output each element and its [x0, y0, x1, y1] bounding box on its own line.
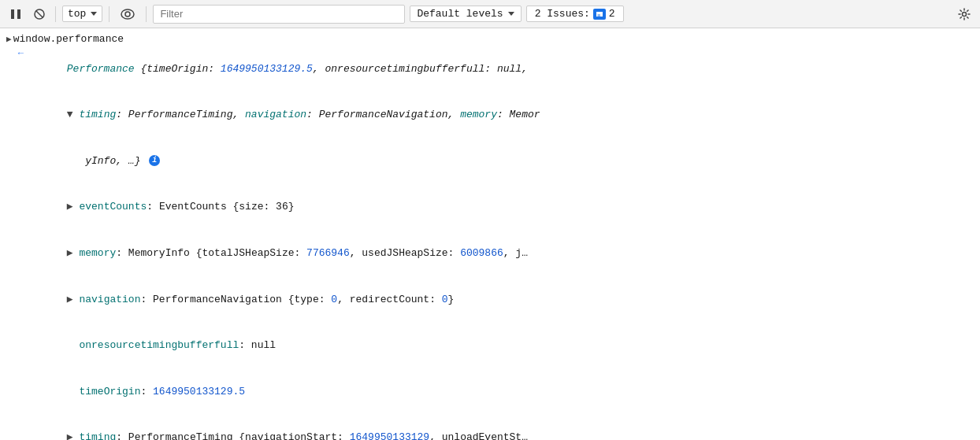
onresource-content: onresourcetimingbufferfull: null — [28, 324, 980, 368]
filter-input[interactable] — [153, 5, 405, 24]
memory-line: ▶ memory: MemoryInfo {totalJSHeapSize: 7… — [0, 231, 980, 277]
settings-button[interactable] — [955, 5, 974, 24]
empty-gutter-3 — [0, 186, 28, 187]
context-label: top — [68, 8, 86, 20]
nav-type-value: 0 — [331, 294, 337, 305]
onresource-line: onresourcetimingbufferfull: null — [0, 323, 980, 369]
onresource-label: onresourcetimingbufferfull — [79, 339, 239, 351]
log-levels-chevron-icon — [507, 8, 514, 20]
timeorigin-value: 1649950133129.5 — [153, 386, 245, 397]
issues-count: 2 — [609, 8, 615, 20]
expand-memory-icon[interactable]: ▶ — [67, 247, 80, 259]
issues-button[interactable]: 2 Issues: ≡ 2 — [526, 6, 624, 22]
back-arrow-icon: ← — [0, 47, 28, 59]
timing-nav-start-value: 1649950133129 — [350, 431, 429, 440]
empty-gutter-4 — [0, 231, 28, 232]
timing-nav-line: ▼ timing: PerformanceTiming, navigation:… — [28, 94, 980, 139]
expand-navigation-icon[interactable]: ▶ — [67, 294, 80, 305]
event-counts-content: ▶ eventCounts: EventCounts {size: 36} — [28, 186, 980, 231]
issues-label: 2 Issues: — [535, 8, 590, 20]
separator-3 — [146, 6, 147, 22]
pause-button[interactable] — [6, 5, 25, 24]
return-line: ← Performance {timeOrigin: 1649950133129… — [0, 46, 980, 93]
yinfo-content: yInfo, …} i — [28, 139, 980, 184]
nav-redirect-value: 0 — [442, 294, 448, 305]
time-origin-value-inline: 1649950133129.5 — [221, 63, 313, 75]
timing-line: ▶ timing: PerformanceTiming {navigationS… — [0, 415, 980, 440]
empty-gutter-8 — [0, 416, 28, 416]
empty-gutter-6 — [0, 324, 28, 324]
navigation-line: ▶ navigation: PerformanceNavigation {typ… — [0, 277, 980, 324]
console-output: ▶ window.performance ← Performance {time… — [0, 28, 980, 440]
issue-icon: ≡ — [593, 9, 606, 20]
empty-gutter-7 — [0, 370, 28, 371]
expand-eventcounts-icon[interactable]: ▶ — [67, 201, 80, 213]
log-levels-label: Default levels — [417, 8, 503, 20]
empty-gutter-5 — [0, 278, 28, 279]
memory-used-value: 6009866 — [460, 247, 503, 259]
expand-window-perf-icon[interactable]: ▶ — [6, 34, 12, 44]
navigation-content: ▶ navigation: PerformanceNavigation {typ… — [28, 278, 980, 323]
empty-gutter-2 — [0, 139, 28, 140]
svg-rect-0 — [11, 9, 14, 19]
perf-label: Performance — [67, 63, 141, 75]
expand-timing-icon[interactable]: ▶ — [67, 431, 80, 440]
memory-total-value: 7766946 — [306, 247, 350, 259]
svg-point-7 — [963, 12, 967, 16]
eye-button[interactable] — [116, 6, 139, 23]
info-badge-icon[interactable]: i — [149, 155, 160, 166]
memory-content: ▶ memory: MemoryInfo {totalJSHeapSize: 7… — [28, 231, 980, 276]
svg-line-3 — [36, 11, 43, 17]
separator-1 — [55, 6, 56, 22]
timeorigin-content: timeOrigin: 1649950133129.5 — [28, 370, 980, 415]
separator-2 — [109, 6, 110, 22]
window-perf-line: ▶ window.performance — [0, 31, 980, 46]
svg-text:≡: ≡ — [597, 12, 600, 18]
timing-label: timing — [79, 431, 116, 440]
svg-point-4 — [121, 9, 134, 19]
expanded-timing-line: ▼ timing: PerformanceTiming, navigation:… — [0, 93, 980, 139]
timing-content: ▶ timing: PerformanceTiming {navigationS… — [28, 416, 980, 440]
return-value: Performance {timeOrigin: 1649950133129.5… — [28, 47, 980, 92]
timeorigin-label: timeOrigin — [79, 386, 140, 397]
context-selector[interactable]: top — [62, 6, 102, 22]
log-levels-selector[interactable]: Default levels — [410, 6, 521, 22]
yinfo-line: yInfo, …} i — [0, 139, 980, 185]
event-counts-line: ▶ eventCounts: EventCounts {size: 36} — [0, 185, 980, 231]
window-perf-text: window.performance — [13, 33, 124, 45]
clear-button[interactable] — [30, 5, 49, 24]
empty-gutter-1 — [0, 94, 28, 94]
svg-rect-1 — [17, 9, 20, 19]
svg-point-5 — [125, 12, 130, 17]
collapse-triangle-icon[interactable]: ▼ — [67, 109, 80, 120]
chevron-down-icon — [89, 8, 97, 20]
devtools-toolbar: top Default levels 2 Issues: ≡ 2 — [0, 0, 980, 28]
timeorigin-line: timeOrigin: 1649950133129.5 — [0, 369, 980, 416]
